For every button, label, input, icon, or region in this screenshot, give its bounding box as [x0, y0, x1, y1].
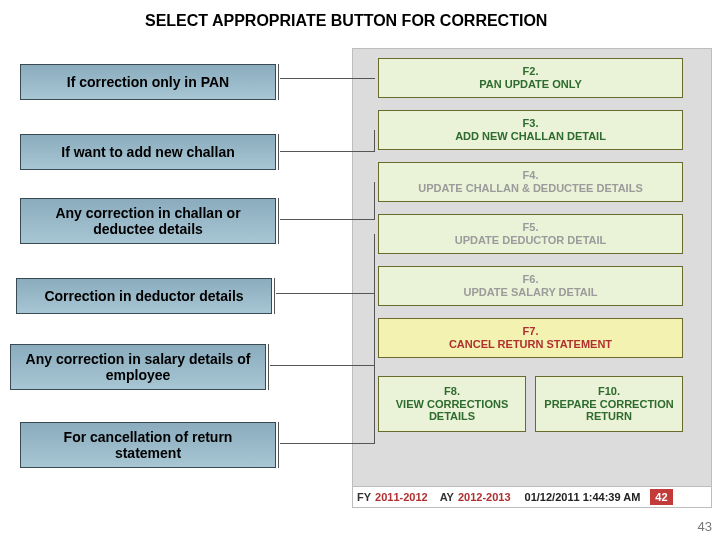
- btn-f7-cancel-return[interactable]: F7. CANCEL RETURN STATEMENT: [378, 318, 683, 358]
- btn-f3-add-challan[interactable]: F3. ADD NEW CHALLAN DETAIL: [378, 110, 683, 150]
- connector: [280, 182, 375, 220]
- btn-f8-view-corrections[interactable]: F8. VIEW CORRECTIONS DETAILS: [378, 376, 526, 432]
- page-number: 43: [698, 519, 712, 534]
- fn-label: UPDATE DEDUCTOR DETAIL: [455, 234, 607, 247]
- desc-add-challan: If want to add new challan: [20, 134, 276, 170]
- page-title: SELECT APPROPRIATE BUTTON FOR CORRECTION: [145, 12, 547, 30]
- fkey-label: F5.: [523, 221, 539, 234]
- fn-label: PREPARE CORRECTION RETURN: [542, 398, 676, 423]
- fkey-label: F4.: [523, 169, 539, 182]
- connector: [280, 338, 375, 444]
- fkey-label: F3.: [523, 117, 539, 130]
- fy-value: 2011-2012: [375, 491, 436, 503]
- fn-label: ADD NEW CHALLAN DETAIL: [455, 130, 606, 143]
- fn-label: UPDATE CHALLAN & DEDUCTEE DETAILS: [418, 182, 642, 195]
- btn-f6-update-salary[interactable]: F6. UPDATE SALARY DETAIL: [378, 266, 683, 306]
- fkey-label: F2.: [523, 65, 539, 78]
- desc-challan-deductee: Any correction in challan or deductee de…: [20, 198, 276, 244]
- connector: [280, 130, 375, 152]
- status-badge: 42: [650, 489, 672, 505]
- btn-f10-prepare-return[interactable]: F10. PREPARE CORRECTION RETURN: [535, 376, 683, 432]
- ay-label: AY: [436, 491, 458, 503]
- connector: [280, 78, 375, 79]
- desc-cancel: For cancellation of return statement: [20, 422, 276, 468]
- stem: [278, 64, 279, 100]
- fn-label: VIEW CORRECTIONS DETAILS: [385, 398, 519, 423]
- btn-f5-update-deductor[interactable]: F5. UPDATE DEDUCTOR DETAIL: [378, 214, 683, 254]
- desc-pan-only: If correction only in PAN: [20, 64, 276, 100]
- connector: [276, 234, 375, 294]
- fkey-label: F6.: [523, 273, 539, 286]
- stem: [278, 422, 279, 468]
- fkey-label: F7.: [523, 325, 539, 338]
- fkey-label: F10.: [598, 385, 620, 398]
- desc-deductor: Correction in deductor details: [16, 278, 272, 314]
- stem: [278, 134, 279, 170]
- fkey-label: F8.: [444, 385, 460, 398]
- fn-label: CANCEL RETURN STATEMENT: [449, 338, 612, 351]
- status-bar: FY 2011-2012 AY 2012-2013 01/12/2011 1:4…: [352, 486, 712, 508]
- ay-value: 2012-2013: [458, 491, 519, 503]
- fn-label: PAN UPDATE ONLY: [479, 78, 581, 91]
- fy-label: FY: [353, 491, 375, 503]
- desc-salary: Any correction in salary details of empl…: [10, 344, 266, 390]
- datetime: 01/12/2011 1:44:39 AM: [519, 491, 647, 503]
- btn-f2-pan-update[interactable]: F2. PAN UPDATE ONLY: [378, 58, 683, 98]
- btn-f4-update-challan-deductee[interactable]: F4. UPDATE CHALLAN & DEDUCTEE DETAILS: [378, 162, 683, 202]
- stem: [268, 344, 269, 390]
- fn-label: UPDATE SALARY DETAIL: [463, 286, 597, 299]
